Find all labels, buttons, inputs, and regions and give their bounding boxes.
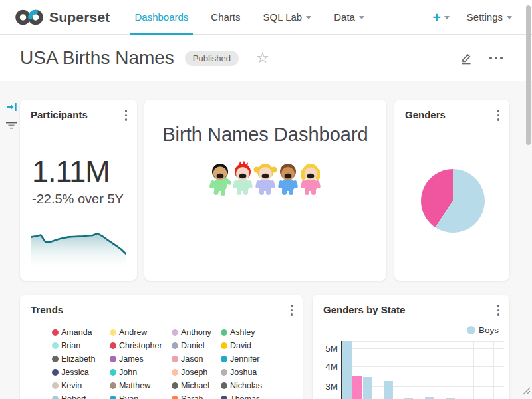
kebab-menu-icon[interactable] [123, 108, 130, 123]
legend-label: John [119, 368, 137, 377]
legend-swatch [52, 342, 59, 349]
legend-item[interactable]: Joshua [221, 366, 281, 379]
chevron-down-icon [359, 16, 364, 19]
legend-label: Jessica [61, 368, 89, 377]
legend-swatch [172, 342, 178, 349]
trend-area [31, 233, 126, 270]
chevron-down-icon [306, 16, 311, 19]
bar[interactable] [363, 377, 372, 399]
legend-item[interactable]: Ryan [110, 392, 172, 399]
legend-swatch [110, 369, 116, 376]
legend-label: Jason [181, 354, 203, 364]
resize-handle-icon[interactable] [522, 386, 531, 398]
legend-item[interactable]: Jennifer [221, 352, 281, 366]
nav-item-label: Data [334, 11, 355, 23]
legend-item[interactable]: Robert [52, 392, 110, 399]
legend-label: Sarah [181, 394, 203, 399]
nav-item-data[interactable]: Data [323, 0, 376, 35]
trends-legend: AmandaAndrewAnthonyAshleyBrianChristophe… [52, 326, 281, 399]
legend-swatch [221, 382, 227, 389]
legend-item[interactable]: Kevin [52, 379, 110, 392]
legend-label: Joshua [230, 368, 257, 377]
nav-item-dashboards[interactable]: Dashboards [123, 0, 200, 35]
published-badge[interactable]: Published [185, 51, 239, 66]
favorite-star-icon[interactable]: ☆ [256, 51, 269, 65]
bar[interactable] [384, 381, 393, 399]
legend-swatch [110, 382, 116, 389]
legend-label: James [119, 354, 144, 364]
page-title: USA Births Names [20, 47, 174, 68]
new-item-button[interactable]: + [433, 10, 450, 24]
legend-item[interactable]: Jessica [52, 366, 110, 379]
legend-item[interactable]: Thomas [221, 392, 281, 399]
chevron-down-icon [507, 16, 512, 19]
more-actions-icon[interactable] [489, 57, 503, 59]
expand-filter-bar-icon[interactable] [6, 102, 17, 115]
legend-swatch [221, 329, 227, 336]
legend-item[interactable]: Daniel [172, 339, 221, 352]
legend-item[interactable]: Anthony [172, 326, 221, 339]
legend-item[interactable]: Sarah [172, 392, 221, 399]
legend-item[interactable]: John [110, 366, 172, 379]
gridline [341, 366, 504, 367]
legend-label: Robert [61, 394, 86, 399]
legend-swatch [110, 396, 116, 399]
legend-item[interactable]: Amanda [52, 326, 110, 339]
bar[interactable] [342, 341, 352, 399]
vertical-scrollbar[interactable] [526, 5, 531, 145]
legend-item[interactable]: Nicholas [221, 379, 281, 392]
participants-card: Participants 1.11M -22.5% over 5Y [20, 100, 137, 281]
edit-pencil-icon[interactable] [459, 51, 473, 65]
bar-chart: 5M 4M 3M [313, 295, 509, 399]
legend-item[interactable]: Michael [172, 379, 221, 392]
legend-label: Christopher [119, 341, 162, 350]
y-axis-tick: 4M [315, 362, 338, 372]
gridline [341, 348, 504, 349]
infinity-logo-icon [15, 8, 44, 27]
legend-swatch [172, 382, 178, 389]
birth-names-markdown-card: Birth Names Dashboard [144, 100, 386, 281]
legend-label: Anthony [181, 328, 211, 337]
legend-label: Joseph [181, 368, 207, 377]
legend-swatch [172, 396, 178, 399]
legend-label: Ryan [119, 394, 138, 399]
kebab-menu-icon[interactable] [495, 108, 502, 123]
gridline [493, 341, 494, 399]
y-axis-line [341, 341, 342, 399]
legend-item[interactable]: Brian [52, 339, 110, 352]
legend-swatch [110, 356, 116, 362]
legend-item[interactable]: Joseph [172, 366, 221, 379]
legend-label: Ashley [230, 328, 255, 337]
legend-swatch [172, 356, 178, 362]
legend-label: Daniel [181, 341, 204, 350]
legend-item[interactable]: Ashley [221, 326, 281, 339]
top-navigation: Superset Dashboards Charts SQL Lab Data … [0, 0, 532, 35]
legend-item[interactable]: James [110, 352, 172, 366]
legend-item[interactable]: Matthew [110, 379, 172, 392]
legend-item[interactable]: Elizabeth [52, 352, 110, 366]
kebab-menu-icon[interactable] [289, 303, 295, 318]
card-title: Trends [31, 304, 63, 315]
big-number-subheader: -22.5% over 5Y [32, 192, 124, 207]
nav-item-sql-lab[interactable]: SQL Lab [252, 0, 323, 35]
legend-item[interactable]: Christopher [110, 339, 172, 352]
legend-label: Amanda [61, 328, 92, 337]
settings-label: Settings [467, 11, 503, 23]
legend-item[interactable]: Jason [172, 352, 221, 366]
legend-item[interactable]: Andrew [110, 326, 172, 339]
nav-item-charts[interactable]: Charts [200, 0, 251, 35]
plus-icon: + [433, 10, 441, 24]
settings-menu[interactable]: Settings [467, 11, 512, 23]
header-actions [459, 51, 512, 65]
filter-list-icon[interactable] [5, 121, 17, 133]
brand-name: Superset [49, 9, 110, 25]
superset-logo[interactable]: Superset [0, 8, 110, 27]
legend-swatch [52, 356, 59, 362]
legend-label: Elizabeth [61, 354, 95, 364]
genders-card: Genders [394, 100, 509, 281]
gridline [454, 341, 454, 399]
genders-pie[interactable] [421, 169, 485, 233]
legend-item[interactable]: David [221, 339, 281, 352]
legend-label: Kevin [61, 381, 82, 390]
bar[interactable] [352, 376, 362, 399]
